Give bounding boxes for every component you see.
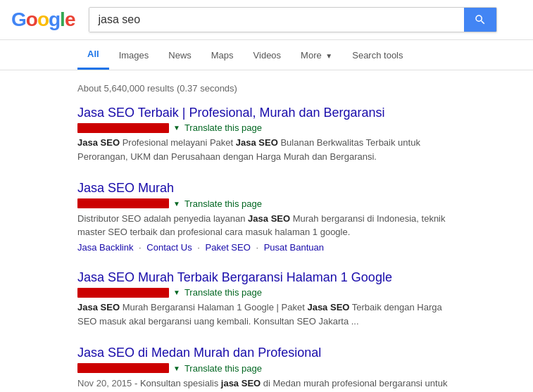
translate-link[interactable]: Translate this page [184, 363, 262, 374]
sub-link[interactable]: Contact Us [146, 242, 192, 253]
url-bar [77, 288, 169, 298]
result-snippet: Distributor SEO adalah penyedia layanan … [77, 212, 456, 239]
translate-link[interactable]: Translate this page [184, 287, 262, 298]
result-sub-links: Jasa Backlink · Contact Us · Paket SEO ·… [77, 242, 456, 253]
result-snippet: Nov 20, 2015 - Konsultan spesialis jasa … [77, 377, 456, 392]
header: Google [0, 0, 533, 40]
results-container: About 5,640,000 results (0.37 seconds) J… [0, 70, 533, 392]
result-item: Jasa SEO Murah Terbaik Bergaransi Halama… [77, 270, 456, 328]
result-snippet: Jasa SEO Murah Bergaransi Halaman 1 Goog… [77, 301, 456, 328]
tab-videos[interactable]: Videos [244, 42, 291, 69]
tab-all[interactable]: All [77, 40, 109, 70]
result-title[interactable]: Jasa SEO Terbaik | Profesional, Murah da… [77, 105, 456, 121]
sub-link[interactable]: Paket SEO [206, 242, 251, 253]
result-item: Jasa SEO Terbaik | Profesional, Murah da… [77, 105, 456, 163]
nav-tabs: All Images News Maps Videos More ▼ Searc… [0, 40, 533, 70]
sub-link[interactable]: Jasa Backlink [77, 242, 133, 253]
result-title[interactable]: Jasa SEO di Medan Murah dan Profesional [77, 345, 456, 361]
result-item: Jasa SEO di Medan Murah dan Profesional … [77, 345, 456, 392]
translate-link[interactable]: Translate this page [184, 198, 262, 209]
tab-images[interactable]: Images [109, 42, 159, 69]
results-count: About 5,640,000 results (0.37 seconds) [77, 83, 456, 94]
search-icon [474, 13, 487, 26]
result-url-row: ▼ Translate this page [77, 287, 456, 298]
translate-link[interactable]: Translate this page [184, 122, 262, 133]
result-title[interactable]: Jasa SEO Murah [77, 180, 456, 196]
result-snippet: Jasa SEO Profesional melayani Paket Jasa… [77, 136, 456, 163]
result-title[interactable]: Jasa SEO Murah Terbaik Bergaransi Halama… [77, 270, 456, 286]
sub-link[interactable]: Pusat Bantuan [264, 242, 324, 253]
result-url-row: ▼ Translate this page [77, 122, 456, 133]
tab-news[interactable]: News [158, 42, 201, 69]
google-logo[interactable]: Google [11, 8, 75, 31]
tab-maps[interactable]: Maps [201, 42, 244, 69]
tab-more[interactable]: More ▼ [291, 42, 342, 69]
result-url-row: ▼ Translate this page [77, 363, 456, 374]
url-bar [77, 363, 169, 373]
result-item: Jasa SEO Murah ▼ Translate this page Dis… [77, 180, 456, 252]
result-url-row: ▼ Translate this page [77, 198, 456, 209]
url-bar [77, 123, 169, 133]
tab-search-tools[interactable]: Search tools [342, 42, 413, 69]
url-bar [77, 198, 169, 208]
search-bar [89, 7, 497, 32]
search-button[interactable] [464, 8, 496, 32]
search-input[interactable] [89, 8, 464, 32]
